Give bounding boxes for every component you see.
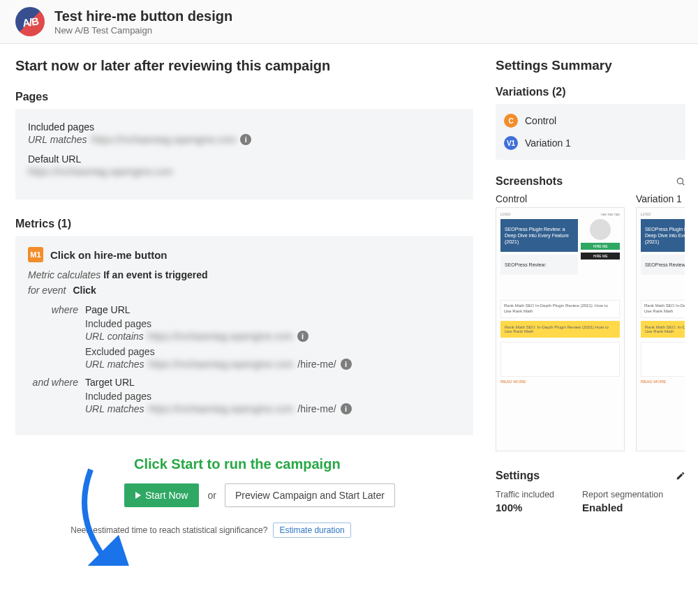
main-column: Start now or later after reviewing this … xyxy=(0,44,489,566)
variation-row-v1[interactable]: V1 Variation 1 xyxy=(504,132,677,154)
default-url-label: Default URL xyxy=(28,153,461,165)
where-included-pages: Included pages xyxy=(85,318,461,329)
preview-later-button[interactable]: Preview Campaign and Start Later xyxy=(225,483,395,507)
or-text: or xyxy=(207,490,216,501)
pages-section-label: Pages xyxy=(15,91,473,103)
info-icon[interactable]: i xyxy=(341,403,352,414)
metric-title: Click on hire-me button xyxy=(50,249,168,261)
metric-calculates-value: If an event is triggered xyxy=(103,269,207,280)
segmentation-key: Report segmentation xyxy=(582,489,663,500)
variation-badge-control: C xyxy=(504,114,518,128)
segmentation-value: Enabled xyxy=(582,502,663,513)
where-excluded-pages: Excluded pages xyxy=(85,346,461,357)
edit-icon[interactable] xyxy=(676,471,685,481)
sidebar-heading: Settings Summary xyxy=(496,58,685,73)
search-icon[interactable] xyxy=(676,176,685,186)
campaign-subtitle: New A/B Test Campaign xyxy=(54,25,232,36)
page-header: A/B Test hire-me button design New A/B T… xyxy=(0,0,698,44)
start-callout: Click Start to run the campaign xyxy=(134,456,473,472)
for-event-label: for event xyxy=(28,285,66,296)
included-pages-label: Included pages xyxy=(28,121,461,133)
screenshot-thumbnail: LOGOnav nav nav SEOPress Plugin Review: … xyxy=(496,207,625,451)
estimate-duration-button[interactable]: Estimate duration xyxy=(273,523,350,538)
settings-label: Settings xyxy=(496,469,540,482)
variations-panel: C Control V1 Variation 1 xyxy=(496,104,685,160)
settings-grid: Traffic included 100% Report segmentatio… xyxy=(496,489,685,513)
screenshots-label: Screenshots xyxy=(496,175,563,188)
url-matches-label: URL matches xyxy=(85,403,144,414)
start-now-button[interactable]: Start Now xyxy=(124,483,199,507)
variation-row-control[interactable]: C Control xyxy=(504,110,677,132)
play-icon xyxy=(135,492,141,499)
svg-line-2 xyxy=(683,183,685,186)
screenshot-variation-1[interactable]: Variation 1 LOGOnav nav nav SEOPress Plu… xyxy=(636,193,685,451)
variation-label: Control xyxy=(525,115,556,126)
url-contains-value: https://mchawntag.wpengine.com xyxy=(148,331,293,342)
info-icon[interactable]: i xyxy=(297,331,309,342)
and-where-included-pages: Included pages xyxy=(85,391,461,402)
and-where-label: and where xyxy=(28,377,85,419)
variation-badge-v1: V1 xyxy=(504,136,518,150)
review-heading: Start now or later after reviewing this … xyxy=(15,58,473,74)
url-contains-label: URL contains xyxy=(85,331,144,342)
variations-label: Variations (2) xyxy=(496,86,685,98)
where-page-url: Page URL xyxy=(85,304,461,315)
screenshots-row: Control LOGOnav nav nav SEOPress Plugin … xyxy=(496,193,685,451)
and-where-target-url: Target URL xyxy=(85,377,461,388)
traffic-value: 100% xyxy=(496,502,554,513)
traffic-key: Traffic included xyxy=(496,489,554,500)
url-matches-value: https://mchawntag.wpengine.com xyxy=(91,134,237,145)
variation-label: Variation 1 xyxy=(525,137,571,149)
default-url-value: https://mchawntag.wpengine.com xyxy=(28,166,173,177)
url-matches-value: https://mchawntag.wpengine.com xyxy=(149,359,294,370)
info-icon[interactable]: i xyxy=(240,134,251,145)
pages-panel: Included pages URL matches https://mchaw… xyxy=(15,109,473,200)
url-matches-suffix: /hire-me/ xyxy=(297,359,336,370)
campaign-title: Test hire-me button design xyxy=(54,8,232,24)
metric-badge: M1 xyxy=(28,247,43,262)
url-matches-value: https://mchawntag.wpengine.com xyxy=(149,403,294,414)
svg-point-1 xyxy=(677,178,683,183)
screenshot-control[interactable]: Control LOGOnav nav nav SEOPress Plugin … xyxy=(496,193,625,451)
for-event-value: Click xyxy=(73,285,96,296)
screenshot-thumbnail: LOGOnav nav nav SEOPress Plugin Review: … xyxy=(636,207,685,451)
metrics-panel: M1 Click on hire-me button Metric calcul… xyxy=(15,236,473,435)
info-icon[interactable]: i xyxy=(341,359,352,370)
metrics-section-label: Metrics (1) xyxy=(15,218,473,230)
metric-calculates-label: Metric calculates xyxy=(28,269,101,280)
annotation-arrow xyxy=(42,463,154,566)
url-matches-suffix: /hire-me/ xyxy=(297,403,336,414)
estimate-question: Need estimated time to reach statistical… xyxy=(70,525,267,535)
app-logo: A/B xyxy=(15,7,45,36)
url-matches-label: URL matches xyxy=(28,134,87,145)
where-label: where xyxy=(28,304,85,374)
url-matches-label: URL matches xyxy=(85,359,144,370)
settings-summary-sidebar: Settings Summary Variations (2) C Contro… xyxy=(489,44,698,566)
